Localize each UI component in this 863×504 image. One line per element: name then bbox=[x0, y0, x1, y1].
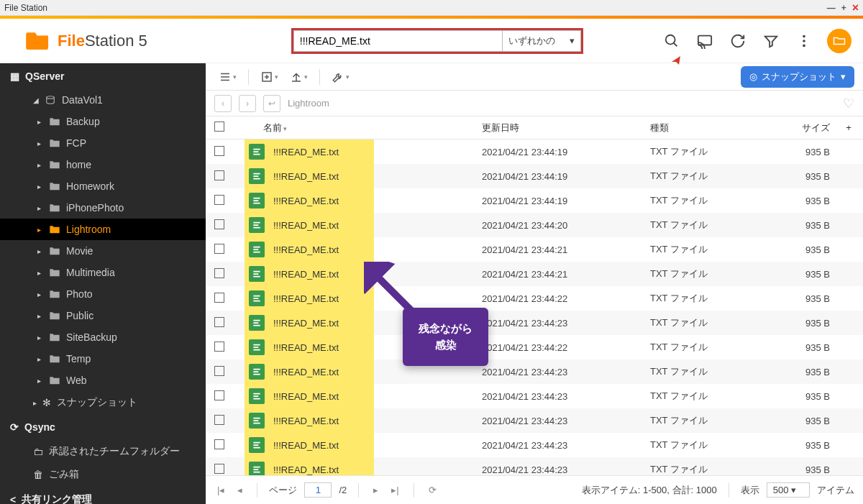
row-checkbox[interactable] bbox=[214, 439, 224, 449]
row-checkbox[interactable] bbox=[214, 390, 224, 400]
sidebar-item-public[interactable]: ▸Public bbox=[0, 305, 206, 326]
sidebar-item-homework[interactable]: ▸Homework bbox=[0, 175, 206, 197]
display-count-select[interactable]: 500 ▾ bbox=[767, 482, 810, 498]
sidebar-item-sitebackup[interactable]: ▸SiteBackup bbox=[0, 326, 206, 348]
last-page-button[interactable]: ▸| bbox=[388, 483, 401, 497]
row-checkbox[interactable] bbox=[214, 219, 224, 229]
chevron-down-icon: ▾ bbox=[570, 35, 575, 46]
table-row[interactable]: !!!READ_ME.txt2021/04/21 23:44:19TXT ファイ… bbox=[206, 164, 863, 188]
table-row[interactable]: !!!READ_ME.txt2021/04/21 23:44:19TXT ファイ… bbox=[206, 139, 863, 164]
table-row[interactable]: !!!READ_ME.txt2021/04/21 23:44:21TXT ファイ… bbox=[206, 262, 863, 286]
refresh-icon[interactable] bbox=[728, 31, 748, 51]
upload-button[interactable]: ▾ bbox=[286, 68, 312, 86]
sidebar-qsync[interactable]: ⟳ Qsync bbox=[0, 414, 206, 440]
close-icon[interactable]: × bbox=[852, 1, 859, 14]
row-checkbox[interactable] bbox=[214, 170, 224, 180]
row-checkbox[interactable] bbox=[214, 415, 224, 425]
file-name: !!!READ_ME.txt bbox=[273, 391, 339, 402]
sidebar-item-web[interactable]: ▸Web bbox=[0, 370, 206, 391]
favorite-icon[interactable]: ♡ bbox=[843, 96, 854, 111]
sidebar-snapshot[interactable]: ▸ ✻ スナップショット bbox=[0, 391, 206, 414]
column-size[interactable]: サイズ bbox=[780, 122, 843, 134]
row-checkbox[interactable] bbox=[214, 146, 224, 156]
expand-icon: ▸ bbox=[37, 183, 41, 191]
row-checkbox[interactable] bbox=[214, 464, 224, 474]
search-input[interactable] bbox=[293, 30, 502, 52]
sidebar-item-movie[interactable]: ▸Movie bbox=[0, 240, 206, 262]
sidebar-team-folder[interactable]: 🗀 承認されたチームフォルダー bbox=[0, 440, 206, 463]
sidebar-item-label: SiteBackup bbox=[66, 331, 117, 343]
row-checkbox[interactable] bbox=[214, 195, 224, 205]
nav-back-button[interactable]: ‹ bbox=[214, 95, 232, 112]
table-row[interactable]: !!!READ_ME.txt2021/04/21 23:44:22TXT ファイ… bbox=[206, 335, 863, 359]
table-row[interactable]: !!!READ_ME.txt2021/04/21 23:44:23TXT ファイ… bbox=[206, 457, 863, 475]
breadcrumb-path: Lightroom bbox=[288, 98, 329, 109]
row-checkbox[interactable] bbox=[214, 268, 224, 278]
page-input[interactable] bbox=[304, 482, 332, 498]
expand-icon: ▸ bbox=[37, 118, 41, 126]
maximize-icon[interactable]: + bbox=[841, 3, 846, 13]
table-row[interactable]: !!!READ_ME.txt2021/04/21 23:44:23TXT ファイ… bbox=[206, 384, 863, 408]
minimize-icon[interactable]: — bbox=[827, 3, 836, 13]
sidebar-item-multimedia[interactable]: ▸Multimedia bbox=[0, 262, 206, 283]
text-file-icon bbox=[249, 437, 265, 453]
column-name[interactable]: 名前▾ bbox=[245, 122, 482, 134]
table-row[interactable]: !!!READ_ME.txt2021/04/21 23:44:19TXT ファイ… bbox=[206, 188, 863, 213]
file-type: TXT ファイル bbox=[650, 414, 780, 427]
sidebar-server[interactable]: ▦ QServer bbox=[0, 63, 206, 89]
prev-page-button[interactable]: ◂ bbox=[234, 483, 245, 497]
sidebar-item-home[interactable]: ▸home bbox=[0, 154, 206, 175]
sidebar-shared-links[interactable]: < 共有リンク管理 bbox=[0, 486, 206, 504]
table-row[interactable]: !!!READ_ME.txt2021/04/21 23:44:23TXT ファイ… bbox=[206, 359, 863, 384]
sidebar-item-fcp[interactable]: ▸FCP bbox=[0, 132, 206, 154]
table-row[interactable]: !!!READ_ME.txt2021/04/21 23:44:23TXT ファイ… bbox=[206, 433, 863, 457]
search-filter-select[interactable]: いずれかの ▾ bbox=[502, 30, 581, 52]
search-icon[interactable] bbox=[662, 31, 682, 51]
table-row[interactable]: !!!READ_ME.txt2021/04/21 23:44:21TXT ファイ… bbox=[206, 237, 863, 262]
sidebar-item-temp[interactable]: ▸Temp bbox=[0, 348, 206, 370]
row-checkbox[interactable] bbox=[214, 293, 224, 303]
nav-forward-button[interactable]: › bbox=[239, 95, 256, 112]
chevron-down-icon: ▾ bbox=[841, 71, 846, 82]
sidebar-item-backup[interactable]: ▸Backup bbox=[0, 111, 206, 132]
create-button[interactable]: ▾ bbox=[256, 68, 283, 86]
sidebar-item-lightroom[interactable]: ▸Lightroom bbox=[0, 219, 206, 240]
select-all-checkbox[interactable] bbox=[214, 122, 224, 132]
filter-icon[interactable] bbox=[761, 31, 781, 51]
titlebar: File Station — + × bbox=[0, 0, 863, 16]
table-row[interactable]: !!!READ_ME.txt2021/04/21 23:44:23TXT ファイ… bbox=[206, 311, 863, 335]
file-type: TXT ファイル bbox=[650, 341, 780, 354]
sidebar-trash[interactable]: 🗑 ごみ箱 bbox=[0, 463, 206, 486]
sidebar-item-photo[interactable]: ▸Photo bbox=[0, 283, 206, 305]
sidebar-item-iphonephoto[interactable]: ▸iPhonePhoto bbox=[0, 197, 206, 219]
view-mode-button[interactable]: ▾ bbox=[214, 68, 241, 86]
nav-up-button[interactable]: ↩ bbox=[263, 95, 280, 112]
svg-point-0 bbox=[666, 35, 675, 44]
next-page-button[interactable]: ▸ bbox=[370, 483, 381, 497]
sidebar-item-label: Public bbox=[66, 310, 93, 321]
column-type[interactable]: 種類 bbox=[650, 122, 780, 134]
app-badge-icon[interactable] bbox=[827, 29, 851, 53]
table-row[interactable]: !!!READ_ME.txt2021/04/21 23:44:20TXT ファイ… bbox=[206, 213, 863, 237]
cast-icon[interactable] bbox=[695, 31, 715, 51]
first-page-button[interactable]: |◂ bbox=[214, 483, 227, 497]
row-checkbox[interactable] bbox=[214, 342, 224, 352]
row-checkbox[interactable] bbox=[214, 366, 224, 376]
more-icon[interactable] bbox=[794, 31, 814, 51]
table-row[interactable]: !!!READ_ME.txt2021/04/21 23:44:23TXT ファイ… bbox=[206, 408, 863, 433]
refresh-list-button[interactable]: ⟳ bbox=[426, 483, 439, 497]
row-checkbox[interactable] bbox=[214, 317, 224, 327]
file-type: TXT ファイル bbox=[650, 170, 780, 183]
expand-icon: ▸ bbox=[37, 290, 41, 298]
expand-icon: ▸ bbox=[37, 269, 41, 277]
column-date[interactable]: 更新日時 bbox=[482, 122, 650, 134]
sidebar-volume[interactable]: ◢ DataVol1 bbox=[0, 89, 206, 111]
tools-button[interactable]: ▾ bbox=[327, 68, 354, 86]
page-total: /2 bbox=[339, 485, 347, 495]
row-checkbox[interactable] bbox=[214, 244, 224, 254]
folder-icon bbox=[49, 375, 60, 385]
snapshot-button[interactable]: ◎ スナップショット ▾ bbox=[741, 66, 854, 88]
table-row[interactable]: !!!READ_ME.txt2021/04/21 23:44:22TXT ファイ… bbox=[206, 286, 863, 311]
add-column-button[interactable]: + bbox=[843, 122, 854, 133]
file-name: !!!READ_ME.txt bbox=[273, 367, 339, 377]
